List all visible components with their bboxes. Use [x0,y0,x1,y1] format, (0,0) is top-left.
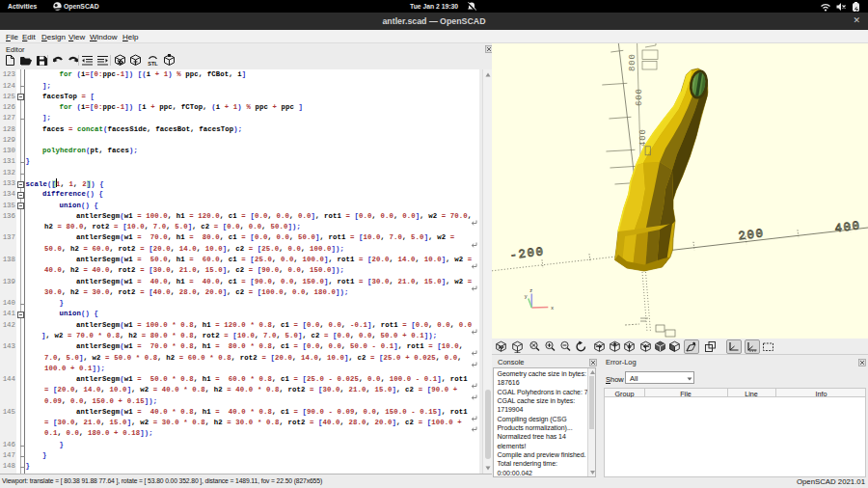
svg-text:y: y [525,293,528,299]
svg-text:800: 800 [628,53,637,71]
svg-text:z: z [529,287,532,293]
svg-text:600: 600 [635,88,644,106]
svg-text:STL: STL [148,61,158,67]
svg-text:x: x [551,305,554,311]
